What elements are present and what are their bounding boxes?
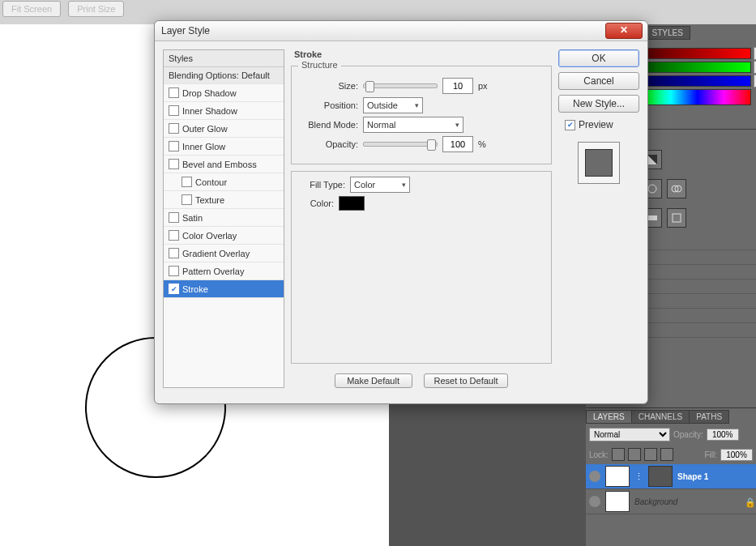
dialog-side-buttons: OK Cancel New Style... ✔ Preview bbox=[558, 49, 639, 388]
style-stroke[interactable]: ✔Stroke bbox=[164, 280, 284, 298]
dialog-body: Styles Blending Options: Default Drop Sh… bbox=[155, 41, 647, 396]
dialog-titlebar[interactable]: Layer Style ✕ bbox=[155, 21, 647, 41]
layers-tab[interactable]: LAYERS bbox=[586, 410, 632, 424]
layer-thumb[interactable] bbox=[605, 491, 630, 512]
layer-blend-controls: Normal Opacity: bbox=[586, 424, 756, 445]
layer-name[interactable]: Shape 1 bbox=[677, 472, 708, 481]
lock-position-icon[interactable] bbox=[644, 448, 657, 461]
style-color-overlay[interactable]: Color Overlay bbox=[164, 227, 284, 245]
channel-mixer-icon[interactable] bbox=[667, 179, 686, 198]
fill-fieldset: Fill Type: Color Color: bbox=[291, 171, 552, 364]
fill-label: Fill: bbox=[704, 450, 717, 459]
layer-fill-input[interactable] bbox=[720, 449, 753, 461]
channels-tab[interactable]: CHANNELS bbox=[631, 410, 690, 424]
checkbox[interactable] bbox=[169, 230, 179, 241]
lock-pixels-icon[interactable] bbox=[628, 448, 641, 461]
section-title: Stroke bbox=[294, 49, 552, 59]
blend-mode-select[interactable]: Normal bbox=[589, 428, 670, 441]
size-label: Size: bbox=[301, 81, 358, 91]
layer-row-background[interactable]: Background 🔒 bbox=[586, 489, 756, 514]
link-icon: ⋮ bbox=[634, 471, 643, 482]
layer-opacity-input[interactable] bbox=[707, 429, 739, 441]
filltype-label: Fill Type: bbox=[301, 180, 345, 190]
filltype-dropdown[interactable]: Color bbox=[350, 177, 410, 193]
svg-point-3 bbox=[648, 185, 656, 193]
color-swatch[interactable] bbox=[339, 196, 365, 211]
selective-color-icon[interactable] bbox=[667, 208, 686, 228]
position-label: Position: bbox=[301, 100, 358, 110]
new-style-button[interactable]: New Style... bbox=[558, 95, 639, 113]
style-pattern-overlay[interactable]: Pattern Overlay bbox=[164, 262, 284, 280]
layer-list: ⋮ Shape 1 Background 🔒 bbox=[586, 464, 756, 514]
size-slider[interactable] bbox=[363, 83, 438, 88]
opacity-label: Opacity: bbox=[301, 139, 358, 149]
style-texture[interactable]: Texture bbox=[164, 191, 284, 209]
print-size-button[interactable]: Print Size bbox=[68, 1, 124, 17]
style-bevel-emboss[interactable]: Bevel and Emboss bbox=[164, 156, 284, 173]
fit-screen-button[interactable]: Fit Screen bbox=[2, 1, 61, 17]
style-inner-shadow[interactable]: Inner Shadow bbox=[164, 102, 284, 120]
lock-icon: 🔒 bbox=[745, 497, 753, 505]
opacity-slider[interactable] bbox=[363, 142, 438, 147]
opacity-unit: % bbox=[478, 139, 486, 149]
preview-checkbox[interactable]: ✔ bbox=[565, 120, 575, 130]
styles-tab[interactable]: STYLES bbox=[645, 26, 690, 40]
structure-legend: Structure bbox=[298, 60, 341, 70]
reset-default-button[interactable]: Reset to Default bbox=[424, 373, 509, 388]
lock-label: Lock: bbox=[589, 450, 609, 459]
checkbox[interactable] bbox=[169, 123, 179, 134]
blendmode-dropdown[interactable]: Normal bbox=[363, 117, 463, 133]
layer-thumb[interactable] bbox=[605, 466, 630, 487]
style-blending-options[interactable]: Blending Options: Default bbox=[164, 67, 284, 84]
checkbox-checked[interactable]: ✔ bbox=[169, 284, 179, 294]
checkbox[interactable] bbox=[169, 159, 179, 169]
slider-handle[interactable] bbox=[365, 81, 374, 92]
checkbox[interactable] bbox=[169, 248, 179, 258]
layer-lock-controls: Lock: Fill: bbox=[586, 445, 756, 464]
position-dropdown[interactable]: Outside bbox=[363, 97, 423, 113]
checkbox[interactable] bbox=[169, 266, 179, 276]
paths-tab[interactable]: PATHS bbox=[689, 410, 729, 424]
preview-label: Preview bbox=[579, 119, 613, 130]
layer-opacity-label: Opacity: bbox=[673, 430, 703, 439]
opacity-input[interactable] bbox=[442, 136, 473, 152]
stroke-settings: Stroke Structure Size: px Position: Outs… bbox=[291, 49, 552, 388]
vector-mask-thumb[interactable] bbox=[648, 466, 673, 487]
checkbox[interactable] bbox=[182, 177, 192, 187]
workspace: Fit Screen Print Size SWATCHES STYLES 0 … bbox=[0, 0, 756, 546]
svg-rect-8 bbox=[673, 214, 681, 222]
dialog-title: Layer Style bbox=[161, 25, 210, 36]
size-unit: px bbox=[478, 81, 488, 91]
ok-button[interactable]: OK bbox=[558, 49, 639, 67]
layer-name[interactable]: Background bbox=[634, 497, 677, 506]
layer-row-shape1[interactable]: ⋮ Shape 1 bbox=[586, 464, 756, 489]
layers-panel-tabs: LAYERS CHANNELS PATHS bbox=[586, 408, 756, 424]
styles-header[interactable]: Styles bbox=[164, 50, 284, 67]
structure-fieldset: Structure Size: px Position: Outside Ble… bbox=[291, 66, 552, 164]
style-drop-shadow[interactable]: Drop Shadow bbox=[164, 84, 284, 102]
close-button[interactable]: ✕ bbox=[605, 23, 643, 39]
make-default-button[interactable]: Make Default bbox=[335, 373, 412, 388]
size-input[interactable] bbox=[442, 78, 473, 94]
style-satin[interactable]: Satin bbox=[164, 209, 284, 227]
blendmode-label: Blend Mode: bbox=[301, 120, 358, 130]
style-gradient-overlay[interactable]: Gradient Overlay bbox=[164, 245, 284, 262]
styles-list: Styles Blending Options: Default Drop Sh… bbox=[163, 49, 284, 388]
style-inner-glow[interactable]: Inner Glow bbox=[164, 138, 284, 156]
visibility-icon[interactable] bbox=[589, 471, 600, 482]
checkbox[interactable] bbox=[169, 105, 179, 116]
checkbox[interactable] bbox=[182, 194, 192, 205]
lock-transparent-icon[interactable] bbox=[612, 448, 625, 461]
visibility-icon[interactable] bbox=[589, 496, 600, 507]
preview-checkbox-row[interactable]: ✔ Preview bbox=[558, 117, 639, 132]
lock-all-icon[interactable] bbox=[660, 448, 673, 461]
checkbox[interactable] bbox=[169, 141, 179, 151]
checkbox[interactable] bbox=[169, 87, 179, 98]
checkbox[interactable] bbox=[169, 212, 179, 223]
color-label: Color: bbox=[301, 198, 334, 208]
style-outer-glow[interactable]: Outer Glow bbox=[164, 120, 284, 138]
svg-rect-7 bbox=[647, 215, 657, 220]
cancel-button[interactable]: Cancel bbox=[558, 72, 639, 90]
style-contour[interactable]: Contour bbox=[164, 173, 284, 191]
slider-handle[interactable] bbox=[427, 139, 436, 151]
